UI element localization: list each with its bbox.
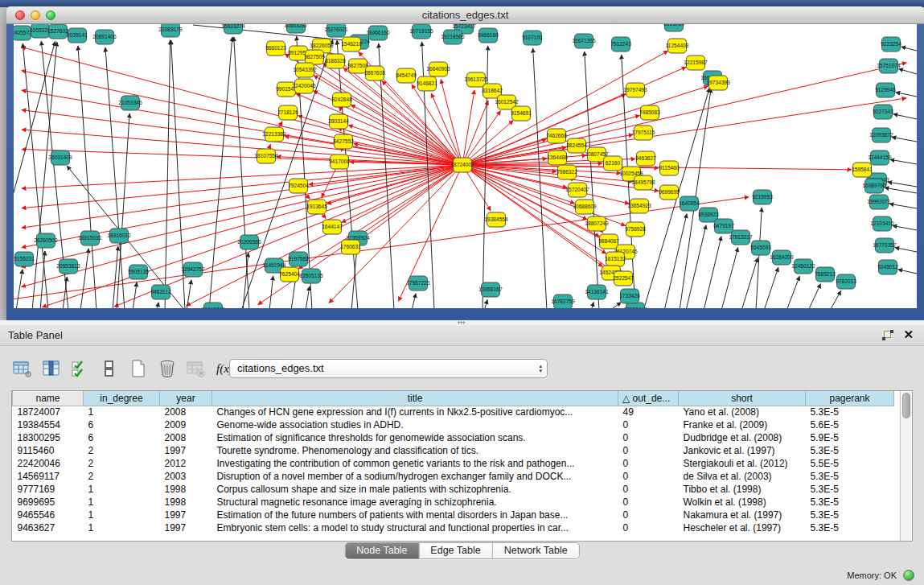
column-header-pagerank[interactable]: pagerank [806, 391, 894, 406]
show-columns-icon[interactable] [40, 358, 62, 380]
graph-node-selected[interactable]: 19384554 [484, 212, 508, 227]
graph-node-selected[interactable]: 15720407 [565, 183, 589, 197]
graph-node-selected[interactable]: 7986322 [556, 165, 577, 179]
graph-node[interactable]: 20891406 [92, 30, 117, 44]
graph-node-selected[interactable]: 1913645 [306, 200, 327, 214]
table-row[interactable]: 1830029562008Estimation of significance … [13, 431, 894, 444]
column-header-short[interactable]: short [679, 391, 806, 406]
graph-node-selected[interactable]: 9417006 [329, 154, 350, 169]
graph-node-selected[interactable]: 9827509 [304, 50, 325, 64]
graph-node[interactable]: 18466160 [366, 26, 390, 40]
table-selector-combobox[interactable]: citations_edges.txt ▴▾ [229, 359, 548, 378]
graph-node-selected[interactable]: 2522547 [613, 271, 634, 286]
graph-node[interactable]: 5905135 [128, 265, 149, 279]
graph-node[interactable]: 8813054 [663, 24, 684, 31]
select-all-icon[interactable] [69, 358, 91, 380]
table-row[interactable]: 911546021997Tourette syndrome. Phenomeno… [13, 444, 894, 457]
graph-node[interactable]: 7512243 [610, 37, 631, 51]
graph-node[interactable]: 20206586 [237, 235, 261, 249]
rows-icon[interactable] [98, 358, 120, 380]
graph-node[interactable]: 9129946 [875, 83, 896, 97]
graph-node[interactable]: 12450122 [791, 259, 815, 274]
graph-node-selected[interactable]: 1644147 [322, 220, 343, 234]
graph-node[interactable]: 16089790 [862, 179, 886, 193]
graph-node[interactable]: 12093872 [869, 128, 893, 142]
graph-node-selected[interactable]: 19797493 [623, 83, 647, 97]
graph-node-selected[interactable]: 12215987 [684, 56, 708, 70]
graph-node-selected[interactable]: 9154691 [511, 106, 532, 121]
graph-node[interactable]: 19743845 [201, 303, 225, 308]
graph-node[interactable]: 26031409 [48, 150, 72, 165]
graph-node[interactable]: 2039141 [67, 28, 88, 43]
graph-node[interactable]: 6479197 [713, 219, 734, 233]
graph-node[interactable]: 16284209 [770, 250, 794, 265]
graph-node[interactable]: 20553813 [56, 259, 80, 274]
graph-node[interactable]: 9215953 [752, 190, 773, 204]
graph-node-selected[interactable]: 9463627 [635, 151, 656, 166]
graph-node-selected[interactable]: 1546210 [341, 37, 362, 51]
column-header-out_degree[interactable]: △ out_de... [618, 391, 679, 406]
graph-node[interactable]: 15992071 [867, 195, 891, 209]
graph-node-selected[interactable]: 22420046 [292, 79, 316, 93]
table-row[interactable]: 969969511998Structural magnetic resonanc… [13, 496, 894, 509]
delete-table-icon[interactable] [185, 358, 207, 380]
column-header-name[interactable]: name [13, 391, 84, 406]
close-panel-icon[interactable]: ✕ [903, 328, 914, 341]
graph-node-selected[interactable]: 18807249 [585, 216, 609, 231]
graph-node[interactable]: 18915031 [78, 231, 102, 245]
table-row[interactable]: 1456911722003Disruption of a novel membe… [13, 470, 894, 483]
graph-node-selected[interactable]: 7625404 [279, 267, 300, 282]
graph-node[interactable]: 9345093 [750, 241, 771, 255]
tab-network-table[interactable]: Network Table [492, 543, 579, 558]
graph-node[interactable]: 9782013 [836, 274, 856, 289]
network-canvas[interactable]: 1872400724055721055328152760220391412089… [14, 24, 917, 308]
column-header-title[interactable]: title [212, 391, 618, 406]
graph-node[interactable]: 16770357 [873, 238, 897, 253]
graph-node-selected[interactable]: 7462668 [546, 129, 567, 143]
table-vertical-scrollbar[interactable] [900, 391, 912, 541]
delete-entry-icon[interactable] [156, 358, 178, 380]
graph-node[interactable]: 9463112 [150, 285, 171, 299]
graph-node[interactable]: 16671355 [572, 34, 596, 48]
graph-node[interactable]: 14136141 [585, 285, 609, 299]
graph-node-selected[interactable]: 17975115 [632, 126, 655, 140]
graph-node-selected[interactable]: 19734393 [706, 76, 730, 90]
tab-edge-table[interactable]: Edge Table [418, 543, 491, 558]
graph-node[interactable]: 22083179 [158, 24, 183, 37]
graph-node[interactable]: 9227343 [873, 105, 893, 119]
graph-node[interactable]: 12942757 [181, 262, 205, 277]
graph-node-selected[interactable]: 2718126 [277, 105, 298, 120]
graph-node-selected[interactable]: 7924504 [288, 179, 309, 193]
graph-node[interactable]: 9197588 [288, 252, 309, 266]
graph-node-selected[interactable]: 62160 [604, 156, 622, 171]
graph-node-selected[interactable]: 9115460 [659, 161, 680, 175]
graph-node[interactable]: 13958167 [478, 282, 503, 297]
graph-node[interactable]: 12103416 [870, 216, 894, 231]
graph-node-selected[interactable]: 10543392 [293, 63, 317, 77]
graph-node[interactable]: 12444159 [868, 150, 892, 165]
float-panel-icon[interactable] [882, 330, 893, 340]
graph-node-selected[interactable]: 2867608 [364, 66, 385, 80]
graph-node[interactable]: 9245012 [877, 260, 898, 274]
graph-node[interactable]: 9155231 [14, 252, 35, 266]
table-settings-icon[interactable]: ⚙ [11, 358, 33, 380]
table-row[interactable]: 2242004622012Investigating the contribut… [13, 457, 894, 470]
table-row[interactable]: 977716911998Corpus callosum shape and si… [13, 483, 894, 496]
graph-node-selected[interactable]: 10688609 [573, 200, 597, 214]
table-row[interactable]: 946362711997Embryonic stem cells: a mode… [13, 521, 894, 534]
graph-node[interactable]: 8466160 [478, 28, 499, 43]
graph-node[interactable]: 16633274 [221, 24, 245, 34]
graph-node[interactable]: 16782759 [551, 295, 575, 308]
graph-node-selected[interactable]: 8186328 [325, 54, 346, 68]
graph-node[interactable]: 19218586 [441, 30, 465, 44]
graph-node[interactable]: 26260502 [34, 233, 58, 248]
graph-node[interactable]: 10719155 [409, 24, 433, 39]
graph-node-selected[interactable]: 1595841 [852, 163, 873, 177]
graph-node[interactable]: 13505135 [299, 269, 323, 283]
graph-node-selected[interactable]: 9146821 [417, 76, 437, 91]
column-header-year[interactable]: year [160, 391, 212, 406]
graph-node-selected[interactable]: 9884067 [598, 234, 619, 249]
new-document-icon[interactable] [127, 358, 149, 380]
graph-node[interactable]: 9223254 [881, 37, 901, 51]
graph-node[interactable]: 10653287 [284, 24, 308, 33]
